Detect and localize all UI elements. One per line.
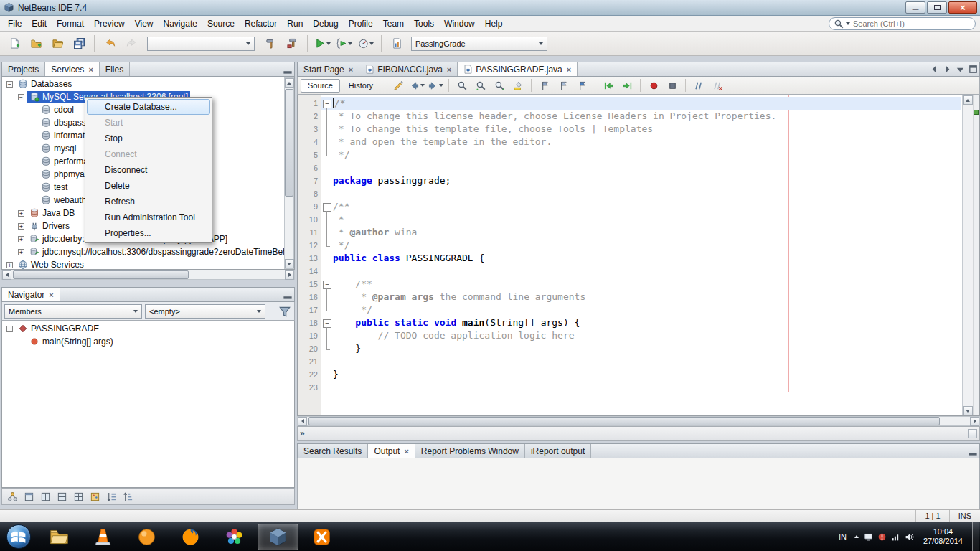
- open-project-button[interactable]: [47, 34, 67, 54]
- tray-network-icon[interactable]: [891, 532, 900, 542]
- services-item-web-services[interactable]: +Web Services: [2, 258, 294, 270]
- code-line-11[interactable]: 11 * @author wina: [298, 226, 961, 239]
- code-line-6[interactable]: 6: [298, 161, 961, 174]
- history-view-button[interactable]: History: [341, 79, 380, 93]
- split-rows-icon[interactable]: [55, 490, 69, 503]
- maximize-icon[interactable]: [966, 64, 979, 75]
- new-project-button[interactable]: [26, 34, 46, 54]
- menubar-item-edit[interactable]: Edit: [27, 17, 52, 31]
- scroll-right-button[interactable]: [970, 417, 979, 426]
- project-combo[interactable]: PassingGrade: [411, 37, 547, 51]
- code-line-10[interactable]: 10 *: [298, 213, 961, 226]
- menubar-item-debug[interactable]: Debug: [308, 17, 343, 31]
- left-tab-files[interactable]: Files: [100, 62, 130, 76]
- scrollbar-thumb[interactable]: [308, 417, 940, 425]
- left-tab-projects[interactable]: Projects: [2, 62, 45, 76]
- code-line-14[interactable]: 14: [298, 265, 961, 278]
- scroll-down-button[interactable]: [963, 406, 973, 415]
- code-line-22[interactable]: 22}: [298, 368, 961, 381]
- tray-volume-icon[interactable]: [905, 532, 914, 542]
- minimize-panel-icon[interactable]: [281, 62, 294, 76]
- menubar-item-team[interactable]: Team: [378, 17, 409, 31]
- code-line-15[interactable]: 15 /**: [298, 278, 961, 291]
- new-file-button[interactable]: [4, 34, 24, 54]
- minimize-button[interactable]: [905, 1, 925, 14]
- context-menu-item-refresh[interactable]: Refresh: [87, 194, 210, 209]
- menubar-item-navigate[interactable]: Navigate: [159, 17, 202, 31]
- stop-macro-button[interactable]: [664, 78, 681, 93]
- menubar-item-file[interactable]: File: [3, 17, 27, 31]
- tray-alert-icon[interactable]: [877, 532, 887, 542]
- scroll-down-button[interactable]: [285, 259, 294, 268]
- context-menu-item-properties[interactable]: Properties...: [87, 225, 210, 241]
- code-line-3[interactable]: 3 * To change this template file, choose…: [298, 123, 961, 136]
- record-macro-button[interactable]: [645, 78, 662, 93]
- editor-vertical-scrollbar[interactable]: [962, 95, 973, 415]
- tray-display-icon[interactable]: [864, 532, 873, 542]
- build-button[interactable]: [260, 34, 281, 54]
- menubar-item-profile[interactable]: Profile: [344, 17, 378, 31]
- minimize-panel-icon[interactable]: [966, 444, 979, 458]
- hidden-icons-arrow[interactable]: [854, 535, 859, 538]
- profile-button[interactable]: [356, 34, 376, 54]
- uncomment-button[interactable]: [709, 78, 726, 93]
- toggle-highlight-button[interactable]: [509, 78, 527, 93]
- expand-chevrons-icon[interactable]: »: [300, 428, 303, 438]
- sort-alpha-icon[interactable]: [104, 490, 118, 503]
- scroll-right-button[interactable]: [285, 270, 294, 280]
- comment-button[interactable]: [690, 78, 707, 93]
- code-line-5[interactable]: 5 */: [298, 149, 961, 161]
- close-icon[interactable]: [49, 291, 53, 299]
- context-menu-item-run-administration-tool[interactable]: Run Administration Tool: [87, 209, 210, 225]
- show-desktop-button[interactable]: [972, 522, 979, 551]
- split-columns-icon[interactable]: [38, 490, 52, 503]
- fold-toggle-icon[interactable]: [321, 278, 333, 291]
- code-line-19[interactable]: 19 // TODO code application logic here: [298, 329, 961, 342]
- menubar-item-format[interactable]: Format: [52, 17, 89, 31]
- close-icon[interactable]: [567, 65, 571, 74]
- code-line-21[interactable]: 21: [298, 355, 961, 368]
- code-line-4[interactable]: 4 * and open the template in the editor.: [298, 136, 961, 149]
- quick-search[interactable]: [829, 17, 976, 30]
- maximize-button[interactable]: [927, 1, 947, 14]
- code-line-8[interactable]: 8: [298, 187, 961, 200]
- scroll-left-icon[interactable]: [928, 64, 941, 75]
- scroll-left-button[interactable]: [2, 270, 11, 280]
- editor-tab-fibonacci-java[interactable]: FIBONACCI.java: [359, 62, 458, 76]
- menubar-item-refactor[interactable]: Refactor: [240, 17, 282, 31]
- code-line-20[interactable]: 20 }: [298, 342, 961, 355]
- back-button[interactable]: [408, 78, 425, 93]
- code-line-7[interactable]: 7package passinggrade;: [298, 174, 961, 187]
- inherited-members-icon[interactable]: [5, 490, 19, 503]
- fold-toggle-icon[interactable]: [321, 97, 333, 110]
- taskbar-item-orange-app[interactable]: [126, 524, 167, 550]
- context-menu-item-stop[interactable]: Stop: [87, 131, 210, 146]
- minimize-panel-icon[interactable]: [281, 288, 294, 301]
- report-button[interactable]: [387, 34, 407, 54]
- output-tab-search-results[interactable]: Search Results: [298, 444, 368, 458]
- run-button[interactable]: [313, 34, 333, 54]
- editor-tab-start-page[interactable]: Start Page: [298, 62, 359, 76]
- next-bookmark-button[interactable]: [555, 78, 572, 93]
- scroll-up-button[interactable]: [285, 78, 294, 88]
- taskbar-item-vlc[interactable]: [83, 524, 123, 550]
- navigator-item-main-string-args[interactable]: main(String[] args): [2, 335, 294, 348]
- menubar-item-preview[interactable]: Preview: [89, 17, 130, 31]
- menubar-item-tools[interactable]: Tools: [409, 17, 439, 31]
- find-selection-button[interactable]: [453, 78, 471, 93]
- scope-combo[interactable]: <empty>: [145, 304, 265, 319]
- output-tab-ireport-output[interactable]: iReport output: [525, 444, 591, 458]
- palette-icon[interactable]: [88, 490, 102, 503]
- scroll-left-button[interactable]: [298, 417, 307, 426]
- taskbar-item-firefox[interactable]: [170, 524, 211, 550]
- debug-button[interactable]: [334, 34, 354, 54]
- navigator-item-passinggrade[interactable]: −PASSINGGRADE: [2, 322, 294, 335]
- close-button[interactable]: [948, 1, 977, 14]
- last-edit-button[interactable]: [390, 78, 407, 93]
- find-previous-button[interactable]: [472, 78, 489, 93]
- close-icon[interactable]: [88, 65, 93, 74]
- code-line-13[interactable]: 13public class PASSINGGRADE {: [298, 252, 961, 265]
- context-menu-item-disconnect[interactable]: Disconnect: [87, 162, 210, 178]
- expand-icon[interactable]: +: [18, 210, 24, 217]
- editor-horizontal-scrollbar[interactable]: [297, 416, 980, 426]
